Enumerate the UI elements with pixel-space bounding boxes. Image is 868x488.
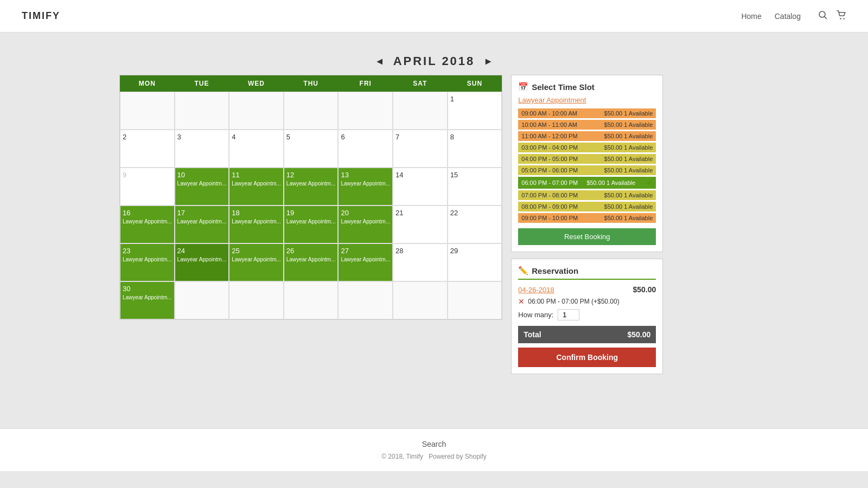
calendar-cell[interactable]: 3 [175, 130, 229, 168]
date-number: 30 [123, 285, 130, 293]
event-label: Lawyear Appointm... [232, 256, 281, 263]
reservation-title: ✏️ Reservation [518, 266, 656, 280]
appointment-link[interactable]: Lawyear Appointment [518, 96, 656, 104]
calendar-cell [120, 92, 175, 130]
date-number: 15 [450, 171, 458, 179]
slot-price: $50.00 1 Available [586, 179, 635, 186]
reservation-date[interactable]: 04-26-2018 [518, 286, 554, 294]
confirm-booking-button[interactable]: Confirm Booking [518, 348, 656, 367]
calendar-cell[interactable]: 29 [448, 243, 502, 281]
calendar-cell[interactable]: 17Lawyear Appointm... [175, 206, 229, 243]
calendar-cell[interactable]: 1 [448, 92, 502, 130]
calendar-cell [338, 281, 393, 319]
calendar-cell[interactable]: 28 [393, 243, 448, 281]
day-wed: WED [229, 75, 284, 92]
reservation-date-row: 04-26-2018 $50.00 [518, 285, 656, 294]
logo: TIMIFY [22, 10, 60, 22]
date-number: 29 [450, 247, 458, 255]
calendar-cell[interactable]: 5 [284, 130, 339, 168]
how-many-label: How many: [518, 311, 553, 319]
calendar-cell[interactable]: 15 [448, 168, 502, 206]
slot-price: $50.00 1 Available [604, 156, 653, 162]
slot-price: $50.00 1 Available [604, 110, 653, 117]
time-slot-item[interactable]: 03:00 PM - 04:00 PM$50.00 1 Available [518, 143, 656, 152]
date-number: 12 [286, 171, 294, 179]
calendar-navigation: ◄ APRIL 2018 ► [119, 54, 749, 68]
nav-catalog[interactable]: Catalog [775, 12, 801, 21]
calendar-cell[interactable]: 12Lawyear Appointm... [284, 168, 339, 206]
date-number: 5 [286, 133, 290, 141]
slot-price: $50.00 1 Available [604, 192, 653, 198]
calendar-cell[interactable]: 19Lawyear Appointm... [284, 206, 339, 243]
quantity-input[interactable] [558, 309, 579, 320]
date-number: 20 [341, 209, 348, 217]
calendar-cell[interactable]: 4 [229, 130, 284, 168]
slot-price: $50.00 1 Available [604, 203, 653, 210]
quantity-row: How many: [518, 309, 656, 320]
calendar-cell[interactable]: 10Lawyear Appointm... [175, 168, 229, 206]
calendar-cell [284, 92, 339, 130]
calendar-cell[interactable]: 22 [448, 206, 502, 243]
prev-month-button[interactable]: ◄ [375, 56, 385, 67]
calendar-title: APRIL 2018 [393, 54, 475, 68]
cart-icon[interactable] [837, 10, 846, 22]
date-number: 2 [123, 133, 126, 141]
header: TIMIFY Home Catalog [0, 0, 868, 33]
time-slot-item[interactable]: 09:00 PM - 10:00 PM$50.00 1 Available [518, 213, 656, 223]
slot-time: 03:00 PM - 04:00 PM [521, 144, 578, 151]
calendar-cell[interactable]: 18Lawyear Appointm... [229, 206, 284, 243]
calendar-cell[interactable]: 20Lawyear Appointm... [338, 206, 393, 243]
next-month-button[interactable]: ► [483, 56, 493, 67]
time-slot-item[interactable]: 05:00 PM - 06:00 PM$50.00 1 Available [518, 165, 656, 175]
calendar-cell [393, 92, 448, 130]
reservation-time-row: ✕ 06:00 PM - 07:00 PM (+$50.00) [518, 297, 656, 306]
time-slot-item[interactable]: 11:00 AM - 12:00 PM$50.00 1 Available [518, 131, 656, 141]
event-label: Lawyear Appointm... [286, 218, 336, 225]
slot-time: 11:00 AM - 12:00 PM [521, 133, 577, 139]
calendar-cell[interactable]: 2 [120, 130, 175, 168]
time-slot-item[interactable]: 10:00 AM - 11:00 AM$50.00 1 Available [518, 120, 656, 130]
calendar-cell[interactable]: 13Lawyear Appointm... [338, 168, 393, 206]
time-slot-item[interactable]: 04:00 PM - 05:00 PM$50.00 1 Available [518, 154, 656, 164]
event-label: Lawyear Appointm... [232, 218, 281, 225]
remove-time-button[interactable]: ✕ [518, 297, 525, 306]
calendar-cell[interactable]: 30Lawyear Appointm... [120, 281, 175, 319]
date-number: 11 [232, 171, 239, 179]
calendar-cell[interactable]: 27Lawyear Appointm... [338, 243, 393, 281]
event-label: Lawyear Appointm... [341, 180, 390, 187]
search-icon[interactable] [818, 10, 828, 22]
nav: Home Catalog [741, 12, 801, 21]
slot-time: 10:00 AM - 11:00 AM [521, 121, 577, 128]
calendar-cell[interactable]: 7 [393, 130, 448, 168]
calendar-cell[interactable]: 23Lawyear Appointm... [120, 243, 175, 281]
date-number: 24 [177, 247, 185, 255]
svg-point-0 [819, 11, 825, 17]
header-icons [818, 10, 846, 22]
calendar-cell[interactable]: 26Lawyear Appointm... [284, 243, 339, 281]
calendar-cell[interactable]: 16Lawyear Appointm... [120, 206, 175, 243]
slot-time: 09:00 AM - 10:00 AM [521, 110, 577, 117]
selected-check-icon: ✓ [646, 178, 653, 187]
calendar-cell[interactable]: 8 [448, 130, 502, 168]
time-slot-item[interactable]: 08:00 PM - 09:00 PM$50.00 1 Available [518, 202, 656, 211]
date-number: 21 [395, 209, 403, 217]
date-number: 19 [286, 209, 294, 217]
day-thu: THU [284, 75, 339, 92]
calendar-cell[interactable]: 24Lawyear Appointm... [175, 243, 229, 281]
reset-booking-button[interactable]: Reset Booking [518, 228, 656, 245]
time-slot-item[interactable]: 09:00 AM - 10:00 AM$50.00 1 Available [518, 108, 656, 118]
calendar-cell[interactable]: 14 [393, 168, 448, 206]
date-number: 3 [177, 133, 181, 141]
nav-home[interactable]: Home [741, 12, 761, 21]
calendar-cell[interactable]: 11Lawyear Appointm... [229, 168, 284, 206]
time-slot-item[interactable]: 06:00 PM - 07:00 PM$50.00 1 Available✓ [518, 177, 656, 189]
calendar-cell[interactable]: 9 [120, 168, 175, 206]
time-slot-item[interactable]: 07:00 PM - 08:00 PM$50.00 1 Available [518, 190, 656, 200]
calendar-cell[interactable]: 21 [393, 206, 448, 243]
date-number: 26 [286, 247, 294, 255]
calendar-cell[interactable]: 6 [338, 130, 393, 168]
calendar-cell[interactable]: 25Lawyear Appointm... [229, 243, 284, 281]
date-number: 9 [123, 171, 126, 179]
footer-search-link[interactable]: Search [11, 440, 857, 448]
date-number: 18 [232, 209, 239, 217]
